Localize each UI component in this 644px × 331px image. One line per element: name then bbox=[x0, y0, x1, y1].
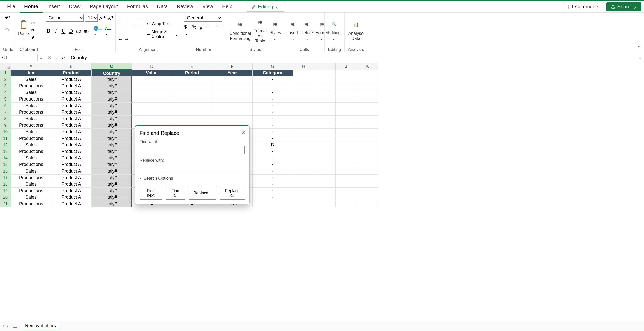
cell[interactable] bbox=[132, 76, 172, 83]
cell[interactable] bbox=[132, 83, 172, 89]
cell[interactable]: Product A bbox=[51, 76, 92, 83]
cell[interactable]: Sales bbox=[11, 89, 51, 96]
cell[interactable]: Italy# bbox=[92, 116, 132, 122]
cell[interactable] bbox=[336, 76, 357, 83]
row-header[interactable]: 20 bbox=[0, 194, 11, 201]
cell[interactable]: Productions bbox=[11, 161, 51, 168]
cell[interactable]: - bbox=[253, 188, 293, 194]
font-size-select[interactable]: 12 bbox=[85, 14, 98, 22]
cell[interactable] bbox=[336, 161, 357, 168]
row-header[interactable]: 8 bbox=[0, 116, 11, 122]
cell[interactable] bbox=[132, 116, 172, 122]
col-header-K[interactable]: K bbox=[357, 63, 378, 70]
cell[interactable]: Productions bbox=[11, 188, 51, 194]
cell[interactable]: - bbox=[253, 168, 293, 175]
wrap-text-button[interactable]: ↩Wrap Text bbox=[147, 21, 178, 26]
cell[interactable] bbox=[357, 83, 378, 89]
cell[interactable] bbox=[336, 142, 357, 148]
row-header[interactable]: 18 bbox=[0, 181, 11, 188]
cell[interactable] bbox=[314, 96, 336, 103]
cell[interactable] bbox=[336, 109, 357, 116]
cell[interactable] bbox=[314, 129, 336, 135]
menu-tab-data[interactable]: Data bbox=[152, 1, 172, 13]
cell[interactable]: Sales bbox=[11, 181, 51, 188]
row-header[interactable]: 3 bbox=[0, 83, 11, 89]
merge-centre-button[interactable]: ⬌Merge & Centre ⌄ bbox=[147, 30, 178, 39]
cell[interactable]: - bbox=[253, 181, 293, 188]
cell[interactable]: Product A bbox=[51, 109, 92, 116]
cell[interactable]: - bbox=[253, 135, 293, 142]
cell[interactable]: Sales bbox=[11, 129, 51, 135]
cell[interactable]: Product A bbox=[51, 148, 92, 155]
cell[interactable]: Productions bbox=[11, 96, 51, 103]
cell[interactable] bbox=[293, 89, 314, 96]
cell[interactable] bbox=[357, 70, 378, 76]
row-header[interactable]: 5 bbox=[0, 96, 11, 103]
cell[interactable]: Product A bbox=[51, 194, 92, 201]
cell[interactable]: Italy# bbox=[92, 135, 132, 142]
cell[interactable]: Italy# bbox=[92, 181, 132, 188]
cell[interactable] bbox=[132, 96, 172, 103]
double-underline-button[interactable]: D bbox=[68, 28, 73, 34]
menu-tab-view[interactable]: View bbox=[198, 1, 218, 13]
cell[interactable] bbox=[336, 168, 357, 175]
cell[interactable] bbox=[336, 103, 357, 109]
cell[interactable] bbox=[293, 116, 314, 122]
cell[interactable] bbox=[336, 116, 357, 122]
cell[interactable] bbox=[132, 103, 172, 109]
format-as-table-button[interactable]: ▦Format As Table bbox=[253, 17, 267, 44]
cell[interactable]: Item bbox=[11, 70, 51, 76]
cell[interactable]: - bbox=[253, 129, 293, 135]
search-options-toggle[interactable]: › Search Options bbox=[140, 176, 245, 181]
menu-tab-page-layout[interactable]: Page Layout bbox=[85, 1, 123, 13]
expand-formula-bar-icon[interactable]: ⌄ bbox=[639, 55, 642, 60]
cell[interactable] bbox=[293, 96, 314, 103]
cell[interactable] bbox=[293, 122, 314, 129]
replace-all-button[interactable]: Replace all bbox=[220, 187, 245, 200]
cell[interactable] bbox=[293, 181, 314, 188]
add-sheet-button[interactable]: + bbox=[61, 323, 69, 329]
col-header-A[interactable]: A bbox=[11, 63, 51, 70]
cell[interactable] bbox=[357, 129, 378, 135]
sheet-tab[interactable]: RemoveLetters bbox=[22, 322, 59, 330]
cell[interactable]: Productions bbox=[11, 201, 51, 207]
row-header[interactable]: 19 bbox=[0, 188, 11, 194]
increase-decimal-button[interactable]: .0→ bbox=[206, 24, 212, 36]
cell[interactable]: Italy# bbox=[92, 76, 132, 83]
row-header[interactable]: 21 bbox=[0, 201, 11, 207]
cell[interactable]: Italy# bbox=[92, 129, 132, 135]
cell[interactable] bbox=[314, 76, 336, 83]
col-header-J[interactable]: J bbox=[336, 63, 357, 70]
cell[interactable] bbox=[314, 181, 336, 188]
cell[interactable]: - bbox=[253, 122, 293, 129]
cell[interactable] bbox=[293, 129, 314, 135]
editing-group-button[interactable]: 🔍Editing⌄ bbox=[328, 19, 341, 42]
cell[interactable]: Italy# bbox=[92, 188, 132, 194]
cut-icon[interactable]: ✂ bbox=[31, 21, 35, 25]
menu-tab-review[interactable]: Review bbox=[172, 1, 198, 13]
cell[interactable] bbox=[314, 109, 336, 116]
all-sheets-icon[interactable] bbox=[11, 325, 19, 328]
formula-input[interactable]: Country bbox=[68, 54, 644, 61]
fill-color-button[interactable]: 🪣⌄ bbox=[93, 26, 102, 36]
cell[interactable]: Productions bbox=[11, 148, 51, 155]
cell[interactable]: Product A bbox=[51, 129, 92, 135]
cell[interactable] bbox=[293, 142, 314, 148]
replace-button[interactable]: Replace... bbox=[189, 187, 216, 200]
col-header-H[interactable]: H bbox=[293, 63, 314, 70]
cell[interactable] bbox=[172, 76, 212, 83]
cell[interactable]: Italy# bbox=[92, 161, 132, 168]
cell[interactable]: Sales bbox=[11, 194, 51, 201]
cell-styles-button[interactable]: ▦Styles⌄ bbox=[269, 19, 281, 42]
cell[interactable]: Sales bbox=[11, 76, 51, 83]
decrease-decimal-button[interactable]: .00→ bbox=[215, 24, 224, 36]
underline-button[interactable]: U bbox=[61, 28, 66, 34]
name-box[interactable] bbox=[0, 54, 38, 61]
cell[interactable]: Sales bbox=[11, 103, 51, 109]
cell[interactable]: Product A bbox=[51, 122, 92, 129]
cell[interactable]: Product A bbox=[51, 96, 92, 103]
cell[interactable]: - bbox=[253, 76, 293, 83]
cell[interactable]: - bbox=[253, 155, 293, 161]
cell[interactable] bbox=[314, 188, 336, 194]
row-header[interactable]: 10 bbox=[0, 129, 11, 135]
